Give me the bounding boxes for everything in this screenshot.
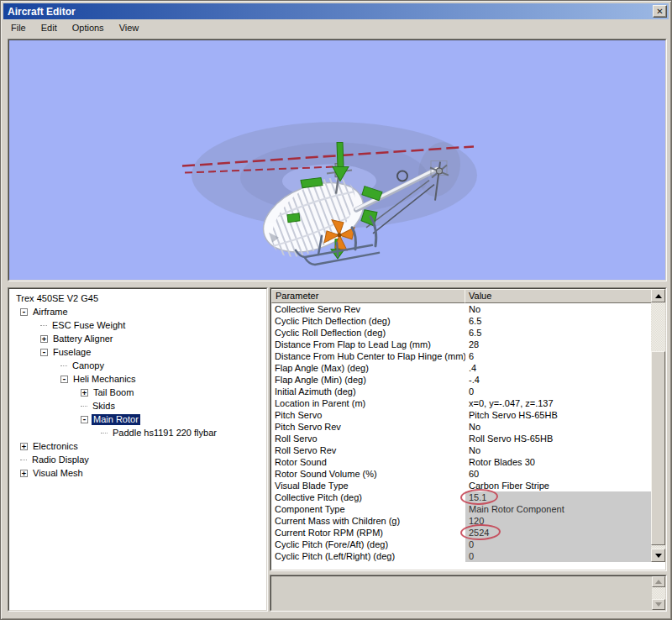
- table-row[interactable]: Location in Parent (m)x=0, y=-.047, z=.1…: [271, 397, 651, 409]
- tree-item[interactable]: +Visual Mesh: [9, 466, 266, 480]
- table-row[interactable]: Distance From Hub Center to Flap Hinge (…: [271, 350, 651, 362]
- description-scrollbar[interactable]: [652, 576, 665, 610]
- parameter-value: Roll Servo HS-65HB: [465, 433, 651, 444]
- scroll-down-icon: [655, 602, 662, 610]
- scrollbar-thumb[interactable]: [651, 351, 665, 545]
- tree-item-label[interactable]: Paddle hs1191 220 flybar: [111, 428, 218, 439]
- desc-scroll-down-button[interactable]: [652, 599, 665, 610]
- parameter-value: Rotor Blades 30: [465, 456, 651, 468]
- tree-item[interactable]: ESC Fuse Weight: [9, 318, 266, 332]
- parameter-name: Initial Azimuth (deg): [271, 386, 465, 397]
- tree-item-label[interactable]: Airframe: [31, 307, 70, 318]
- table-row[interactable]: Rotor Sound Volume (%)60: [271, 468, 651, 480]
- tree-item[interactable]: +Battery Aligner: [9, 332, 266, 345]
- parameter-rows: Collective Servo RevNoCyclic Pitch Defle…: [271, 303, 651, 570]
- tree-item[interactable]: Skids: [9, 399, 266, 412]
- collapse-icon[interactable]: -: [81, 416, 88, 423]
- parameter-name: Cyclic Roll Deflection (deg): [271, 327, 465, 339]
- parameter-name: Collective Servo Rev: [271, 303, 465, 315]
- parameter-name: Visual Blade Type: [271, 480, 465, 491]
- table-row[interactable]: Collective Servo RevNo: [271, 303, 651, 315]
- menu-item-view[interactable]: View: [112, 21, 147, 34]
- tree-item-label[interactable]: Main Rotor: [92, 414, 140, 425]
- table-row[interactable]: Current Rotor RPM (RPM)2524: [271, 527, 651, 539]
- table-row[interactable]: Cyclic Pitch Deflection (deg)6.5: [271, 315, 651, 327]
- menu-bar: FileEditOptionsView: [3, 19, 669, 35]
- table-row[interactable]: Pitch Servo RevNo: [271, 421, 651, 433]
- parameter-value: 6.5: [465, 327, 651, 339]
- parameter-value: 0: [465, 386, 651, 397]
- tree-item-label[interactable]: Tail Boom: [92, 387, 135, 398]
- expand-icon[interactable]: +: [40, 335, 48, 343]
- parameter-value: 2524: [465, 527, 651, 539]
- title-bar[interactable]: Aircraft Editor ✕: [3, 3, 669, 19]
- tree-item[interactable]: -Fuselage: [9, 345, 266, 359]
- model-tree[interactable]: Trex 450SE V2 G45-AirframeESC Fuse Weigh…: [8, 288, 267, 611]
- parameter-value: Main Rotor Component: [465, 503, 651, 515]
- table-row[interactable]: Pitch ServoPitch Servo HS-65HB: [271, 409, 651, 421]
- table-row[interactable]: Flap Angle (Max) (deg).4: [271, 362, 651, 374]
- table-row[interactable]: Roll Servo RevNo: [271, 444, 651, 456]
- helicopter-preview: [9, 40, 665, 280]
- tree-item-label[interactable]: Radio Display: [30, 454, 91, 465]
- expand-icon[interactable]: +: [81, 389, 88, 397]
- column-header-parameter[interactable]: Parameter: [271, 289, 465, 303]
- parameter-name: Current Mass with Children (g): [271, 515, 465, 527]
- table-scrollbar[interactable]: [651, 289, 665, 562]
- tree-item[interactable]: -Main Rotor: [9, 412, 266, 426]
- desc-scroll-up-button[interactable]: [652, 576, 665, 587]
- parameter-value: No: [465, 303, 651, 315]
- table-row[interactable]: Cyclic Roll Deflection (deg)6.5: [271, 327, 651, 339]
- parameter-name: Cyclic Pitch Deflection (deg): [271, 315, 465, 327]
- tree-item[interactable]: Paddle hs1191 220 flybar: [9, 426, 266, 439]
- tree-item-label[interactable]: Skids: [91, 401, 117, 412]
- tree-item-label[interactable]: Battery Aligner: [51, 334, 115, 344]
- tree-item[interactable]: +Electronics: [9, 439, 266, 453]
- table-row[interactable]: Cyclic Pitch (Left/Right) (deg)0: [271, 550, 651, 562]
- tree-item-label[interactable]: Trex 450SE V2 G45: [14, 293, 100, 304]
- table-row[interactable]: Distance From Flap to Lead Lag (mm)28: [271, 339, 651, 350]
- parameter-name: Pitch Servo: [271, 409, 465, 421]
- table-row[interactable]: Current Mass with Children (g)120: [271, 515, 651, 527]
- menu-item-file[interactable]: File: [3, 21, 34, 34]
- menu-item-edit[interactable]: Edit: [34, 21, 65, 34]
- parameter-name: Flap Angle (Min) (deg): [271, 374, 465, 386]
- column-header-value[interactable]: Value: [465, 289, 665, 303]
- tree-item-label[interactable]: Canopy: [71, 360, 106, 371]
- parameter-value: 60: [465, 468, 651, 480]
- tree-item[interactable]: -Heli Mechanics: [9, 372, 266, 386]
- 3d-viewport[interactable]: [8, 39, 667, 281]
- description-panel: [270, 575, 667, 612]
- scroll-up-button[interactable]: [651, 289, 665, 302]
- collapse-icon[interactable]: -: [60, 376, 68, 383]
- table-row[interactable]: Rotor SoundRotor Blades 30: [271, 456, 651, 468]
- tree-item[interactable]: Radio Display: [9, 453, 266, 466]
- parameter-name: Flap Angle (Max) (deg): [271, 362, 465, 374]
- table-row[interactable]: Component TypeMain Rotor Component: [271, 503, 651, 515]
- expand-icon[interactable]: +: [20, 470, 28, 477]
- table-row[interactable]: Cyclic Pitch (Fore/Aft) (deg)0: [271, 539, 651, 550]
- tree-item[interactable]: -Airframe: [9, 305, 266, 318]
- tree-item[interactable]: Canopy: [9, 359, 266, 372]
- menu-item-options[interactable]: Options: [65, 21, 112, 34]
- tree-item[interactable]: Trex 450SE V2 G45: [9, 292, 266, 305]
- tree-item-label[interactable]: Heli Mechanics: [71, 374, 138, 385]
- expand-icon[interactable]: +: [20, 443, 28, 450]
- tree-item-label[interactable]: ESC Fuse Weight: [50, 320, 127, 331]
- tree-connector: [20, 460, 27, 460]
- table-row[interactable]: Flap Angle (Min) (deg)-.4: [271, 374, 651, 386]
- table-row[interactable]: Visual Blade TypeCarbon Fiber Stripe: [271, 480, 651, 491]
- parameter-value: Pitch Servo HS-65HB: [465, 409, 651, 421]
- tree-item-label[interactable]: Fuselage: [51, 347, 92, 358]
- table-row[interactable]: Collective Pitch (deg)15.1: [271, 491, 651, 503]
- tree-item[interactable]: +Tail Boom: [9, 386, 266, 399]
- tree-item-label[interactable]: Electronics: [31, 441, 80, 452]
- scroll-down-button[interactable]: [651, 549, 665, 562]
- collapse-icon[interactable]: -: [40, 349, 48, 356]
- collapse-icon[interactable]: -: [20, 308, 28, 316]
- table-row[interactable]: Initial Azimuth (deg)0: [271, 386, 651, 397]
- tree-item-label[interactable]: Visual Mesh: [31, 468, 85, 479]
- table-row[interactable]: Roll ServoRoll Servo HS-65HB: [271, 433, 651, 444]
- close-icon[interactable]: ✕: [653, 5, 667, 18]
- parameter-name: Rotor Sound: [271, 456, 465, 468]
